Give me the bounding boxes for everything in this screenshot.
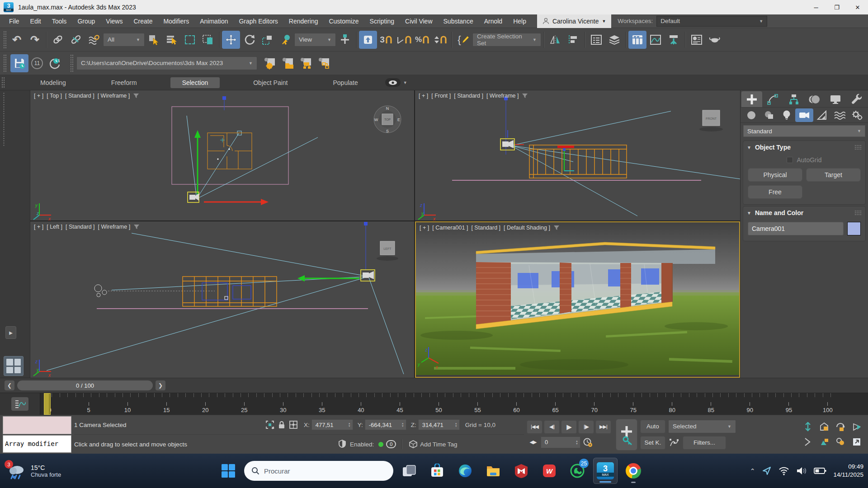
object-type-rollout-header[interactable]: ▼ Object Type xyxy=(743,141,865,154)
key-filters-icon[interactable] xyxy=(668,437,680,448)
z-coordinate-field[interactable]: 314,471 ▲▼ xyxy=(418,419,460,430)
building-plan-wire[interactable] xyxy=(208,133,252,169)
camera-object[interactable] xyxy=(361,270,375,281)
rectangular-selection-region-icon[interactable] xyxy=(181,31,199,49)
use-pivot-point-center-icon[interactable] xyxy=(336,31,354,49)
workspace-dropdown[interactable]: Default ▼ xyxy=(656,16,767,27)
viewcube-compass[interactable]: TOP N E S W xyxy=(374,106,401,133)
selection-lock-icon[interactable] xyxy=(276,419,288,430)
physical-camera-button[interactable]: Physical xyxy=(748,168,802,182)
minimize-icon[interactable]: ─ xyxy=(806,0,826,14)
viewport-camera-canvas[interactable]: z x y xyxy=(416,222,739,375)
target-gizmo[interactable] xyxy=(222,96,226,110)
toolbar-drag-handle[interactable] xyxy=(1,77,5,89)
move-gizmo[interactable] xyxy=(194,130,269,205)
viewport-menu-general[interactable]: [ + ] xyxy=(34,224,43,230)
menu-item[interactable]: Animation xyxy=(194,14,233,28)
adaptive-degradation-icon[interactable] xyxy=(336,439,348,450)
filters-button[interactable]: Filters... xyxy=(683,436,726,450)
select-and-move-icon[interactable] xyxy=(222,31,240,49)
task-view-button[interactable] xyxy=(397,458,421,484)
undo-icon[interactable]: ↶ xyxy=(8,31,26,49)
viewport-menu-renderer[interactable]: [ Standard ] xyxy=(65,93,94,99)
autogrid-checkbox[interactable] xyxy=(787,157,793,163)
menu-item[interactable]: Create xyxy=(128,14,158,28)
named-selection-sets-dropdown[interactable]: Create Selection Set ▼ xyxy=(472,33,541,47)
3ds-max-taskbar-button[interactable]: 3 MAX xyxy=(593,458,618,484)
ribbon-tab[interactable]: Modeling xyxy=(28,77,78,88)
viewport-filter-icon[interactable] xyxy=(522,93,528,99)
viewport-menu-general[interactable]: [ + ] xyxy=(34,93,43,99)
ribbon-tab[interactable]: Freeform xyxy=(99,77,149,88)
go-to-end-icon[interactable]: ▶▶| xyxy=(595,420,611,434)
spinner-icon[interactable]: ▲▼ xyxy=(348,422,351,427)
viewport-menu-shading[interactable]: [ Wireframe ] xyxy=(98,93,130,99)
restore-icon[interactable]: ❐ xyxy=(826,0,847,14)
menu-item[interactable]: Edit xyxy=(25,14,47,28)
viewport-menu-pov[interactable]: [ Top ] xyxy=(47,93,62,99)
viewport-filter-icon[interactable] xyxy=(553,225,560,230)
selection-filter-dropdown[interactable]: All ▼ xyxy=(103,33,145,47)
spinner-snap-toggle-icon[interactable] xyxy=(431,31,449,49)
category-lights[interactable] xyxy=(778,108,795,122)
toggle-scene-explorer-icon[interactable] xyxy=(587,31,605,49)
select-by-name-icon[interactable] xyxy=(163,31,181,49)
key-mode-toggle-icon[interactable]: ◀▶ xyxy=(527,436,539,449)
microsoft-store-button[interactable] xyxy=(425,458,449,484)
zoom-extents-icon[interactable] xyxy=(817,421,831,433)
x-coordinate-field[interactable]: 477,51 ▲▼ xyxy=(311,419,353,430)
viewport-top[interactable]: [ + ] [ Top ] [ Standard ] [ Wireframe ] xyxy=(30,90,414,221)
category-geometry[interactable] xyxy=(742,108,760,122)
time-configuration-icon[interactable] xyxy=(582,437,594,448)
current-frame-indicator[interactable]: 0 / 100 xyxy=(17,380,153,390)
unlink-selection-icon[interactable] xyxy=(67,31,85,49)
taskbar-search[interactable] xyxy=(244,461,393,481)
spinner-icon[interactable]: ▲▼ xyxy=(401,422,404,427)
tab-motion[interactable] xyxy=(804,91,825,107)
viewport-menu-general[interactable]: [ + ] xyxy=(419,93,428,99)
target-camera-button[interactable]: Target xyxy=(806,168,861,182)
start-button[interactable] xyxy=(216,458,241,484)
menu-item[interactable]: Customize xyxy=(323,14,364,28)
target-axis-gizmo[interactable] xyxy=(563,148,574,171)
viewcube[interactable]: LEFT xyxy=(377,241,398,261)
select-and-manipulate-icon[interactable] xyxy=(359,31,377,49)
project-folder-dropdown[interactable]: C:\Users\carol\OneDrive\Documentos\3ds M… xyxy=(76,56,257,70)
angle-snap-toggle-icon[interactable] xyxy=(395,31,413,49)
play-animation-icon[interactable]: ▶ xyxy=(561,420,577,434)
tab-create[interactable] xyxy=(741,91,762,107)
mcafee-button[interactable] xyxy=(509,458,533,484)
close-icon[interactable]: ✕ xyxy=(847,0,868,14)
viewport-left-canvas[interactable]: LEFT z x y xyxy=(30,221,414,378)
name-and-color-rollout-header[interactable]: ▼ Name and Color xyxy=(743,206,865,219)
menu-item[interactable]: Arnold xyxy=(479,14,508,28)
spinner-icon[interactable]: ▲▼ xyxy=(455,422,458,427)
viewport-filter-icon[interactable] xyxy=(133,224,140,230)
category-cameras[interactable] xyxy=(795,108,813,122)
file-explorer-button[interactable] xyxy=(481,458,505,484)
auto-key-button[interactable]: Auto xyxy=(640,420,665,433)
select-and-link-icon[interactable] xyxy=(49,31,67,49)
pan-zoom-mode-icon[interactable] xyxy=(801,421,815,433)
menu-item[interactable]: Graph Editors xyxy=(233,14,283,28)
tab-display[interactable] xyxy=(825,91,846,107)
rollout-drag-grip[interactable] xyxy=(854,145,862,150)
data-management-icon[interactable] xyxy=(315,54,333,72)
tab-modify[interactable] xyxy=(762,91,783,107)
isolate-selection-icon[interactable] xyxy=(264,419,276,430)
select-object-icon[interactable] xyxy=(145,31,163,49)
category-space-warps[interactable] xyxy=(831,108,849,122)
menu-item[interactable]: Tools xyxy=(47,14,72,28)
schematic-view-icon[interactable] xyxy=(665,31,683,49)
percent-snap-toggle-icon[interactable]: % xyxy=(413,31,431,49)
viewport-menu-shading[interactable]: [ Wireframe ] xyxy=(486,93,519,99)
viewport-layout-tabs-button[interactable] xyxy=(4,356,24,376)
tab-hierarchy[interactable] xyxy=(783,91,804,107)
camera-frustum-wire[interactable] xyxy=(187,116,318,199)
asset-tracking-icon[interactable] xyxy=(297,54,315,72)
render-setup-icon[interactable] xyxy=(706,31,724,49)
time-slider-track[interactable]: 0 5 10 15 20 25 30 35 40 45 50 55 xyxy=(40,393,868,415)
object-class-dropdown[interactable]: Standard ▼ xyxy=(743,125,865,137)
field-of-view-icon[interactable] xyxy=(850,421,863,433)
volume-icon[interactable] xyxy=(796,466,807,475)
